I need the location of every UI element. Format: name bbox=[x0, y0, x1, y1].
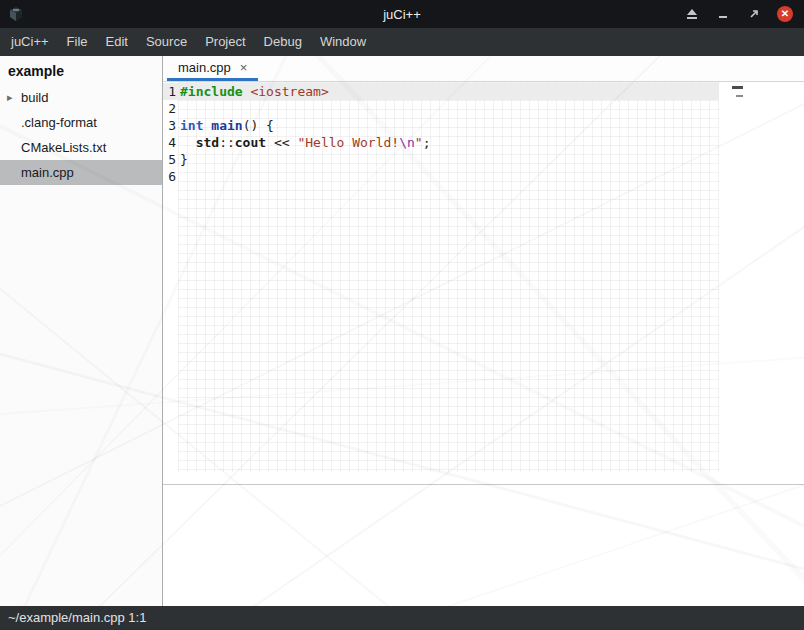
code-area: 1#include <iostream>23int main() {4 std:… bbox=[163, 82, 804, 185]
tab-main-cpp[interactable]: main.cpp × bbox=[167, 56, 258, 81]
file-label: main.cpp bbox=[21, 165, 74, 180]
window-controls: ✕ bbox=[683, 5, 794, 23]
sidebar: example ▸build.clang-formatCMakeLists.tx… bbox=[0, 56, 163, 606]
tab-label: main.cpp bbox=[178, 60, 231, 75]
file-label: .clang-format bbox=[21, 115, 97, 130]
menu-source[interactable]: Source bbox=[137, 28, 196, 56]
file-label: CMakeLists.txt bbox=[21, 140, 106, 155]
code-text: #include <iostream> bbox=[176, 83, 329, 100]
code-line[interactable]: 2 bbox=[163, 100, 719, 117]
app-window: juCi++ ✕ juCi++File bbox=[0, 0, 804, 630]
close-icon[interactable]: ✕ bbox=[776, 5, 794, 23]
sidebar-item-build[interactable]: ▸build bbox=[0, 85, 162, 110]
eject-icon[interactable] bbox=[683, 5, 701, 23]
code-text: } bbox=[176, 151, 188, 168]
file-tree: ▸build.clang-formatCMakeLists.txtmain.cp… bbox=[0, 85, 162, 185]
code-line[interactable]: 1#include <iostream> bbox=[163, 83, 719, 100]
code-text: int main() { bbox=[176, 117, 274, 134]
code-line[interactable]: 4 std::cout << "Hello World!\n"; bbox=[163, 134, 719, 151]
maximize-icon[interactable] bbox=[745, 5, 763, 23]
code-line[interactable]: 5} bbox=[163, 151, 719, 168]
code-text bbox=[176, 168, 180, 185]
chevron-right-icon[interactable]: ▸ bbox=[7, 92, 21, 103]
line-number: 5 bbox=[163, 151, 176, 168]
menu-project[interactable]: Project bbox=[196, 28, 254, 56]
content-area: example ▸build.clang-formatCMakeLists.tx… bbox=[0, 56, 804, 606]
menu-bar: juCi++FileEditSourceProjectDebugWindow bbox=[0, 28, 804, 56]
code-text bbox=[176, 100, 180, 117]
line-number: 6 bbox=[163, 168, 176, 185]
code-line[interactable]: 6 bbox=[163, 168, 719, 185]
main-panel: main.cpp × 1#include <iostream>23int mai… bbox=[163, 56, 804, 606]
menu-window[interactable]: Window bbox=[311, 28, 375, 56]
menu-debug[interactable]: Debug bbox=[255, 28, 311, 56]
menu-file[interactable]: File bbox=[58, 28, 97, 56]
line-number: 1 bbox=[163, 83, 176, 100]
code-text: std::cout << "Hello World!\n"; bbox=[176, 134, 430, 151]
terminal-panel[interactable] bbox=[163, 484, 804, 606]
sidebar-item-cmakelists-txt[interactable]: CMakeLists.txt bbox=[0, 135, 162, 160]
minimize-icon[interactable] bbox=[714, 5, 732, 23]
line-number: 2 bbox=[163, 100, 176, 117]
menu-juci[interactable]: juCi++ bbox=[2, 28, 58, 56]
tab-bar: main.cpp × bbox=[163, 56, 804, 82]
code-line[interactable]: 3int main() { bbox=[163, 117, 719, 134]
title-bar: juCi++ ✕ bbox=[0, 0, 804, 28]
minimap-mark bbox=[736, 95, 743, 97]
line-number: 4 bbox=[163, 134, 176, 151]
sidebar-item-main-cpp[interactable]: main.cpp bbox=[0, 160, 162, 185]
status-bar: ~/example/main.cpp 1:1 bbox=[0, 606, 804, 630]
code-minimap[interactable] bbox=[728, 86, 748, 97]
sidebar-item--clang-format[interactable]: .clang-format bbox=[0, 110, 162, 135]
line-number: 3 bbox=[163, 117, 176, 134]
status-text: ~/example/main.cpp 1:1 bbox=[8, 610, 146, 625]
menu-edit[interactable]: Edit bbox=[97, 28, 137, 56]
tab-close-icon[interactable]: × bbox=[240, 61, 248, 74]
file-label: build bbox=[21, 90, 48, 105]
code-editor[interactable]: 1#include <iostream>23int main() {4 std:… bbox=[163, 82, 804, 484]
minimap-mark bbox=[732, 86, 743, 89]
project-root-label[interactable]: example bbox=[0, 56, 162, 85]
